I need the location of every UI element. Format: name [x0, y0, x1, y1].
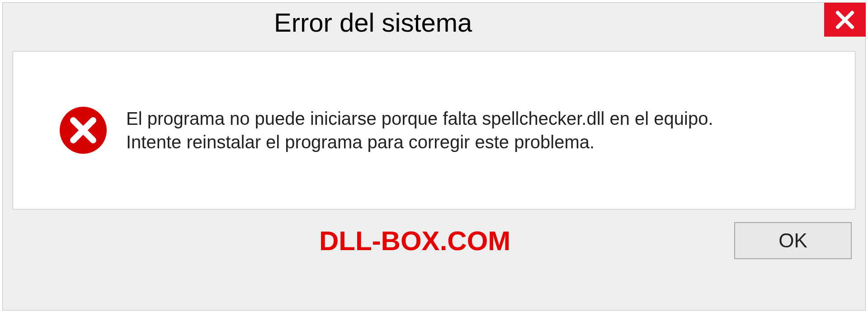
error-message: El programa no puede iniciarse porque fa… — [126, 107, 713, 154]
error-icon — [58, 105, 108, 155]
error-message-line1: El programa no puede iniciarse porque fa… — [126, 109, 713, 128]
error-dialog: Error del sistema El programa no puede i… — [2, 2, 866, 311]
titlebar: Error del sistema — [3, 3, 865, 41]
close-icon — [835, 10, 855, 30]
dialog-title: Error del sistema — [274, 7, 472, 38]
message-panel: El programa no puede iniciarse porque fa… — [13, 51, 855, 209]
brand-watermark: DLL-BOX.COM — [16, 225, 510, 256]
close-button[interactable] — [824, 3, 866, 37]
dialog-footer: DLL-BOX.COM OK — [13, 222, 855, 259]
ok-button[interactable]: OK — [734, 222, 852, 259]
error-message-line2: Intente reinstalar el programa para corr… — [126, 132, 594, 152]
